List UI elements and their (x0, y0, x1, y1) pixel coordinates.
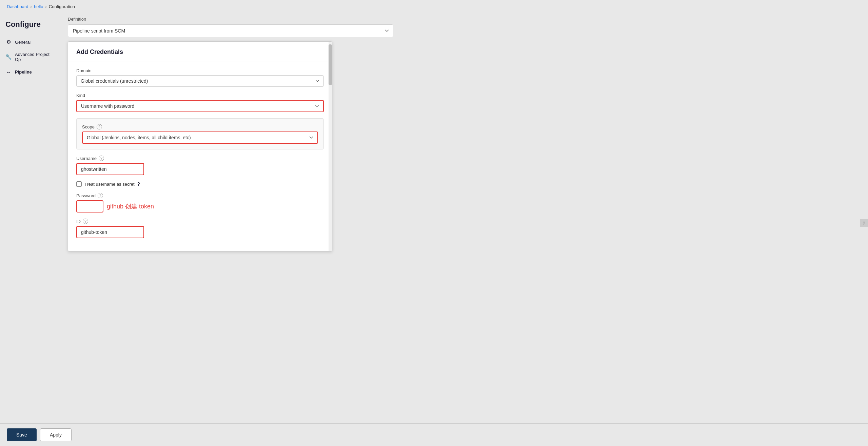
sidebar-item-pipeline-label: Pipeline (15, 69, 32, 75)
breadcrumb: Dashboard › hello › Configuration (0, 0, 868, 13)
username-input[interactable] (76, 163, 144, 175)
dialog-header: Add Credentials (68, 42, 332, 61)
sidebar-item-advanced[interactable]: 🔧 Advanced Project Op (0, 48, 61, 65)
breadcrumb-sep-1: › (31, 4, 32, 9)
treat-username-secret-row: Treat username as secret ? (76, 181, 324, 187)
dialog-scrollbar-thumb (329, 44, 332, 85)
password-label: Password ? (76, 193, 324, 198)
scope-label: Scope ? (82, 124, 318, 129)
dialog-scrollbar[interactable] (329, 42, 332, 251)
password-group: Password ? github 创建 token (76, 193, 324, 212)
id-help-icon[interactable]: ? (83, 219, 88, 224)
dialog-title: Add Credentials (76, 48, 324, 56)
sidebar-title: Configure (0, 20, 61, 36)
content-area: Definition Pipeline script from SCM Bran… (61, 13, 868, 446)
scope-section: Scope ? Global (Jenkins, nodes, items, a… (76, 118, 324, 149)
sidebar-item-advanced-label: Advanced Project Op (15, 52, 56, 62)
kind-select[interactable]: Username with password (76, 100, 324, 112)
sidebar-item-pipeline[interactable]: ↔ Pipeline (0, 65, 61, 78)
username-label: Username ? (76, 156, 324, 161)
help-edge-button[interactable]: ? (860, 219, 868, 227)
sidebar-item-general-label: General (15, 40, 31, 45)
domain-select[interactable]: Global credentials (unrestricted) (76, 75, 324, 87)
main-layout: Configure ⚙ General 🔧 Advanced Project O… (0, 13, 868, 446)
add-credentials-dialog: Add Credentials Domain Global credential… (68, 41, 332, 251)
scm-dropdown[interactable]: Pipeline script from SCM (68, 24, 393, 37)
gear-icon: ⚙ (5, 39, 12, 45)
domain-label: Domain (76, 68, 324, 73)
wrench-icon: 🔧 (5, 54, 12, 60)
breadcrumb-configuration: Configuration (49, 4, 75, 9)
scope-help-icon[interactable]: ? (97, 124, 102, 129)
treat-username-secret-checkbox[interactable] (76, 181, 82, 187)
password-small-input[interactable] (76, 200, 103, 212)
definition-label: Definition (68, 17, 861, 22)
id-group: ID ? (76, 219, 324, 238)
bottom-bar: Save Apply (0, 423, 868, 446)
password-annotation: github 创建 token (107, 200, 154, 210)
apply-button[interactable]: Apply (40, 428, 72, 441)
pipeline-icon: ↔ (5, 69, 12, 75)
dialog-body: Domain Global credentials (unrestricted)… (68, 61, 332, 251)
scope-select[interactable]: Global (Jenkins, nodes, items, all child… (82, 131, 318, 144)
id-input[interactable] (76, 226, 144, 238)
sidebar: Configure ⚙ General 🔧 Advanced Project O… (0, 13, 61, 446)
username-group: Username ? (76, 156, 324, 175)
treat-username-help-icon[interactable]: ? (137, 181, 140, 187)
password-help-icon[interactable]: ? (98, 193, 103, 198)
domain-group: Domain Global credentials (unrestricted) (76, 68, 324, 87)
id-label: ID ? (76, 219, 324, 224)
password-row: github 创建 token (76, 200, 324, 212)
save-button[interactable]: Save (7, 428, 37, 441)
kind-group: Kind Username with password (76, 93, 324, 112)
treat-username-secret-label: Treat username as secret (84, 182, 135, 187)
username-help-icon[interactable]: ? (99, 156, 104, 161)
breadcrumb-dashboard[interactable]: Dashboard (7, 4, 28, 9)
kind-label: Kind (76, 93, 324, 98)
breadcrumb-hello[interactable]: hello (34, 4, 43, 9)
breadcrumb-sep-2: › (45, 4, 46, 9)
sidebar-item-general[interactable]: ⚙ General (0, 36, 61, 48)
